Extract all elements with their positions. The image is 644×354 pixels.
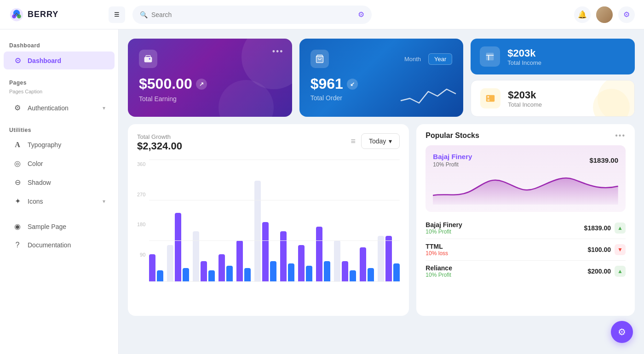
order-top: Month Year	[310, 50, 453, 68]
chart-amount: $2,324.00	[137, 140, 182, 152]
bar-purple	[175, 213, 181, 282]
y-label-360: 360	[137, 161, 145, 167]
bar-purple	[298, 245, 305, 282]
bar-purple	[236, 240, 243, 282]
stock-price: $100.00	[587, 246, 611, 253]
dashboard-icon: ⊙	[13, 56, 22, 65]
featured-stock-info: Bajaj Finery 10% Profit	[433, 153, 472, 168]
bar-purple	[316, 227, 322, 282]
bar-blue	[324, 261, 330, 282]
avatar[interactable]	[596, 6, 613, 23]
bar-blue	[288, 263, 294, 282]
stock-name: Bajaj Finery	[426, 221, 462, 228]
chevron-down-icon: ▾	[103, 105, 105, 111]
popular-stocks-header: Popular Stocks •••	[426, 131, 626, 140]
sidebar-item-label: Typography	[28, 141, 61, 148]
stocks-more-icon[interactable]: •••	[615, 131, 626, 140]
sidebar-item-dashboard[interactable]: ⊙ Dashboard	[4, 51, 115, 69]
gear-icon: ⚙	[623, 10, 630, 19]
dropdown-arrow-icon: ▾	[389, 137, 392, 145]
income-label-top: Total Income	[507, 59, 541, 66]
shadow-icon: ⊖	[13, 178, 22, 187]
bar-group-5	[236, 240, 251, 282]
bar-purple	[262, 222, 269, 282]
sidebar-section-utilities: Utilities	[0, 123, 118, 135]
cards-row: ••• $500.00 ↗ Total Earning Month Year	[128, 39, 635, 117]
period-label: Today	[369, 137, 386, 145]
sidebar-item-sample-page[interactable]: ◉ Sample Page	[4, 217, 115, 235]
search-input[interactable]	[151, 11, 354, 18]
bar-blue	[226, 266, 233, 282]
sidebar-item-color[interactable]: ◎ Color	[4, 154, 115, 172]
sidebar-item-label: Authentication	[28, 104, 69, 112]
popular-stocks-card: Popular Stocks ••• Bajaj Finery 10% Prof…	[416, 124, 635, 316]
sidebar-item-label: Sample Page	[28, 223, 66, 230]
shopping-icon	[310, 50, 329, 68]
bar-group-10	[334, 240, 356, 282]
sidebar-item-typography[interactable]: A Typography	[4, 136, 115, 154]
stock-info-bajaj: Bajaj Finery 10% Profit	[426, 221, 462, 235]
earning-label: Total Earning	[139, 95, 281, 103]
chart-controls: ≡ Today ▾	[351, 133, 400, 149]
chevron-down-icon: ▾	[103, 198, 105, 205]
bar-blue	[270, 261, 276, 282]
stock-item-reliance: Reliance 10% Profit $200.00 ▲	[426, 261, 626, 282]
income-icon-top	[480, 46, 500, 67]
sidebar-item-label: Dashboard	[28, 57, 61, 64]
sidebar-item-icons[interactable]: ✦ Icons ▾	[4, 192, 115, 210]
sidebar-item-authentication[interactable]: ⚙ Authentication ▾	[4, 99, 115, 117]
svg-rect-6	[144, 57, 152, 63]
bar-blue	[208, 270, 215, 282]
chart-header: Total Growth $2,324.00 ≡ Today ▾	[137, 133, 400, 152]
bars-container	[149, 160, 400, 293]
bar-group-12	[378, 236, 400, 282]
layout: Dashboard ⊙ Dashboard Pages Pages Captio…	[0, 29, 644, 354]
settings-fab[interactable]: ⚙	[611, 321, 633, 343]
card-income-bottom: $203k Total Income	[471, 80, 635, 117]
period-toggle: Month Year	[399, 53, 452, 65]
year-button[interactable]: Year	[428, 53, 452, 65]
income-details-top: $203k Total Income	[507, 47, 541, 66]
card-earning: ••• $500.00 ↗ Total Earning	[128, 39, 292, 117]
earning-amount: $500.00 ↗	[139, 75, 281, 92]
menu-button[interactable]: ☰	[109, 6, 125, 23]
stock-list: Bajaj Finery 10% Profit $1839.00 ▲ TTML …	[426, 217, 626, 282]
stock-price: $1839.00	[584, 224, 611, 232]
bar-group-8	[298, 245, 312, 282]
bell-icon: 🔔	[578, 10, 587, 19]
bar-group-9	[316, 227, 330, 282]
income-details-bottom: $203k Total Income	[508, 89, 542, 108]
main-content: ••• $500.00 ↗ Total Earning Month Year	[119, 29, 644, 354]
stock-right-bajaj: $1839.00 ▲	[584, 223, 626, 234]
chart-card: Total Growth $2,324.00 ≡ Today ▾	[128, 124, 409, 316]
svg-rect-10	[488, 96, 489, 97]
bar-group-2	[167, 213, 189, 282]
month-button[interactable]: Month	[399, 53, 426, 65]
stock-item-ttml: TTML 10% loss $100.00 ▼	[426, 239, 626, 261]
menu-icon: ☰	[114, 11, 120, 18]
stock-name: Reliance	[426, 264, 452, 272]
order-mini-chart	[401, 82, 456, 109]
stock-profit: 10% loss	[426, 250, 448, 257]
sidebar-item-documentation[interactable]: ? Documentation	[4, 236, 115, 254]
sidebar-item-shadow[interactable]: ⊖ Shadow	[4, 173, 115, 191]
chart-menu-icon[interactable]: ≡	[351, 137, 356, 146]
fab-icon: ⚙	[618, 326, 626, 337]
bar-purple	[385, 236, 392, 282]
stock-right-reliance: $200.00 ▲	[587, 266, 626, 277]
stock-profit: 10% Profit	[426, 228, 462, 235]
more-options-icon[interactable]: •••	[272, 47, 284, 57]
notification-button[interactable]: 🔔	[574, 6, 591, 23]
filter-icon[interactable]: ⚙	[358, 10, 364, 19]
app-name: BERRY	[28, 10, 58, 19]
bar-purple	[360, 247, 366, 282]
stock-info-reliance: Reliance 10% Profit	[426, 264, 452, 278]
sidebar-section-pages: Pages	[0, 76, 118, 88]
sidebar-item-label: Icons	[28, 198, 43, 205]
bar-purple	[149, 254, 155, 282]
settings-button[interactable]: ⚙	[618, 6, 635, 23]
bar-light	[334, 240, 340, 282]
avatar-image	[596, 6, 613, 23]
chart-body: 360 270 180 90	[137, 160, 400, 293]
period-button[interactable]: Today ▾	[361, 133, 400, 149]
